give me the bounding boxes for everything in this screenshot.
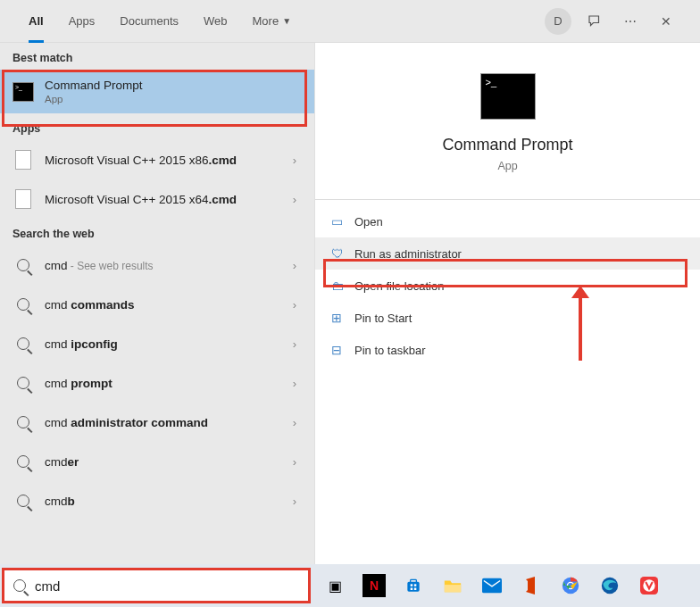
- tab-apps[interactable]: Apps: [56, 0, 108, 43]
- document-icon: [12, 149, 34, 170]
- user-avatar[interactable]: D: [545, 8, 571, 35]
- preview-title: Command Prompt: [315, 136, 700, 154]
- command-prompt-icon: [12, 81, 34, 103]
- folder-icon: 🗀: [331, 279, 354, 293]
- tab-all[interactable]: All: [16, 0, 56, 43]
- arrow-annotation: [579, 296, 582, 361]
- file-explorer-icon[interactable]: [441, 574, 464, 597]
- results-panel: Best match Command Prompt App Apps Micro…: [0, 43, 314, 564]
- vivaldi-icon[interactable]: [638, 574, 661, 597]
- chrome-icon[interactable]: [559, 574, 582, 597]
- preview-subtitle: App: [315, 160, 700, 172]
- result-app[interactable]: Microsoft Visual C++ 2015 x64.cmd ›: [0, 179, 314, 219]
- svg-rect-3: [414, 584, 417, 586]
- result-title: cmd commands: [45, 298, 288, 312]
- pin-icon: ⊞: [331, 311, 354, 325]
- result-title: Microsoft Visual C++ 2015 x86.cmd: [45, 154, 288, 167]
- result-web[interactable]: cmd ipconfig ›: [0, 324, 314, 363]
- open-icon: ▭: [331, 214, 354, 229]
- search-input[interactable]: [35, 578, 301, 594]
- task-view-icon[interactable]: ▣: [323, 574, 346, 597]
- result-title: Command Prompt: [45, 79, 302, 92]
- chevron-right-icon: ›: [288, 416, 302, 429]
- result-web[interactable]: cmd administrator command ›: [0, 403, 314, 442]
- office-icon[interactable]: [520, 574, 543, 597]
- section-apps: Apps: [0, 113, 314, 140]
- result-title: cmdb: [45, 495, 288, 508]
- shield-icon: 🛡: [331, 246, 354, 261]
- chevron-right-icon: ›: [288, 298, 302, 312]
- tab-web[interactable]: Web: [191, 0, 240, 43]
- app-large-icon: [480, 73, 536, 120]
- svg-rect-4: [411, 588, 413, 591]
- edge-icon[interactable]: [598, 574, 621, 597]
- search-icon: [12, 451, 34, 472]
- chevron-right-icon: ›: [288, 337, 302, 351]
- microsoft-store-icon[interactable]: [402, 574, 425, 597]
- search-icon: [12, 294, 34, 315]
- search-box[interactable]: [4, 568, 311, 603]
- more-options-icon[interactable]: ⋯: [612, 4, 648, 39]
- action-label: Run as administrator: [354, 247, 462, 261]
- tab-more[interactable]: More▼: [240, 0, 304, 43]
- close-icon[interactable]: ✕: [648, 4, 684, 39]
- search-icon: [13, 579, 26, 592]
- action-open-location[interactable]: 🗀 Open file location: [315, 270, 700, 302]
- chevron-right-icon: ›: [288, 377, 302, 390]
- result-web[interactable]: cmder ›: [0, 442, 314, 481]
- search-icon: [12, 254, 34, 276]
- svg-rect-6: [445, 585, 461, 592]
- tab-documents[interactable]: Documents: [107, 0, 191, 43]
- result-title: cmd prompt: [45, 377, 288, 390]
- svg-rect-2: [411, 584, 413, 586]
- chevron-right-icon: ›: [288, 259, 302, 272]
- preview-panel: Command Prompt App ▭ Open 🛡 Run as admin…: [314, 43, 700, 564]
- taskbar: ▣ N: [0, 564, 700, 607]
- action-label: Pin to Start: [354, 312, 412, 325]
- result-web[interactable]: cmdb ›: [0, 481, 314, 520]
- result-web[interactable]: cmd commands ›: [0, 285, 314, 324]
- chevron-right-icon: ›: [288, 495, 302, 508]
- chevron-right-icon: ›: [288, 193, 302, 206]
- search-icon: [12, 372, 34, 394]
- chevron-right-icon: ›: [288, 154, 302, 167]
- action-label: Open: [354, 215, 383, 229]
- feedback-icon[interactable]: [577, 4, 612, 39]
- chevron-down-icon: ▼: [282, 16, 291, 26]
- svg-rect-1: [411, 579, 417, 582]
- search-tabs: All Apps Documents Web More▼ D ⋯ ✕: [0, 0, 700, 43]
- svg-rect-0: [407, 582, 419, 592]
- search-icon: [12, 490, 34, 511]
- search-icon: [12, 412, 34, 433]
- action-run-admin[interactable]: 🛡 Run as administrator: [315, 237, 700, 270]
- section-search-web: Search the web: [0, 219, 314, 245]
- action-pin-taskbar[interactable]: ⊟ Pin to taskbar: [315, 334, 700, 366]
- result-title: cmd administrator command: [45, 416, 288, 429]
- result-best-match[interactable]: Command Prompt App: [0, 70, 314, 113]
- action-label: Open file location: [354, 279, 444, 293]
- svg-rect-5: [414, 588, 417, 591]
- mail-icon[interactable]: [480, 574, 504, 597]
- result-web[interactable]: cmd - See web results ›: [0, 245, 314, 285]
- result-app[interactable]: Microsoft Visual C++ 2015 x86.cmd ›: [0, 140, 314, 179]
- chevron-right-icon: ›: [288, 455, 302, 469]
- result-title: cmd ipconfig: [45, 337, 288, 351]
- result-subtitle: App: [45, 94, 302, 104]
- action-label: Pin to taskbar: [354, 344, 426, 357]
- netflix-icon[interactable]: N: [362, 574, 386, 597]
- result-title: Microsoft Visual C++ 2015 x64.cmd: [45, 193, 288, 206]
- result-title: cmder: [45, 455, 288, 469]
- action-pin-start[interactable]: ⊞ Pin to Start: [315, 302, 700, 334]
- search-icon: [12, 333, 34, 354]
- svg-rect-7: [482, 578, 502, 594]
- result-web[interactable]: cmd prompt ›: [0, 363, 314, 403]
- action-open[interactable]: ▭ Open: [315, 205, 700, 237]
- pin-icon: ⊟: [331, 343, 354, 357]
- document-icon: [12, 188, 34, 210]
- result-title: cmd - See web results: [45, 259, 288, 272]
- section-best-match: Best match: [0, 43, 314, 70]
